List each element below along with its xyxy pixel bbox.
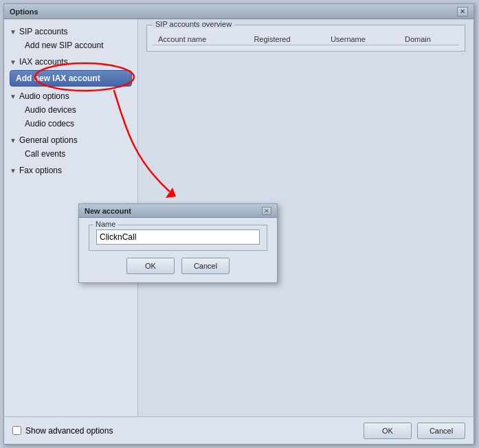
ok-button[interactable]: OK [364, 423, 412, 439]
dialog-cancel-button[interactable]: Cancel [181, 258, 230, 274]
dialog-ok-button[interactable]: OK [126, 258, 175, 274]
fax-arrow-icon: ▼ [10, 167, 18, 175]
sip-overview-label: SIP accounts overview [153, 20, 234, 28]
options-window: Options ✕ ▼ SIP accounts Add new SIP acc… [3, 3, 474, 445]
accounts-table: Account name Registered Username Domain [153, 34, 459, 45]
show-advanced-row: Show advanced options [12, 426, 113, 436]
sip-overview-box: SIP accounts overview Account name Regis… [146, 25, 465, 52]
sidebar-item-general-options[interactable]: ▼ General options [4, 133, 137, 147]
col-username: Username [325, 34, 399, 45]
new-account-dialog: New account ✕ Name OK Cancel [78, 203, 278, 283]
dialog-close-button[interactable]: ✕ [262, 207, 271, 215]
window-close-button[interactable]: ✕ [457, 7, 468, 16]
general-options-section: ▼ General options Call events [4, 133, 137, 161]
fax-options-section: ▼ Fax options [4, 164, 137, 177]
sidebar-item-fax-options[interactable]: ▼ Fax options [4, 164, 137, 177]
sidebar-item-audio-codecs[interactable]: Audio codecs [4, 117, 137, 131]
title-bar: Options ✕ [4, 4, 474, 19]
cancel-button[interactable]: Cancel [417, 423, 465, 439]
name-field-group: Name [89, 225, 267, 251]
audio-arrow-icon: ▼ [10, 93, 18, 100]
show-advanced-checkbox[interactable] [12, 426, 21, 435]
sidebar-item-audio-options[interactable]: ▼ Audio options [4, 89, 137, 103]
sidebar-item-add-sip[interactable]: Add new SIP account [4, 38, 137, 52]
dialog-body: Name OK Cancel [79, 218, 277, 282]
bottom-bar: Show advanced options OK Cancel [4, 416, 474, 444]
col-account-name: Account name [153, 34, 248, 45]
sidebar-item-audio-devices[interactable]: Audio devices [4, 103, 137, 117]
sidebar-item-iax-accounts[interactable]: ▼ IAX accounts [4, 55, 137, 69]
dialog-title-text: New account [85, 207, 262, 215]
bottom-buttons: OK Cancel [364, 423, 465, 439]
iax-accounts-label: IAX accounts [19, 57, 68, 67]
account-name-input[interactable] [96, 229, 260, 245]
iax-accounts-section: ▼ IAX accounts Add new IAX account [4, 55, 137, 87]
fax-options-label: Fax options [19, 166, 62, 175]
show-advanced-label: Show advanced options [25, 426, 113, 436]
sip-arrow-icon: ▼ [10, 28, 18, 36]
sidebar-item-call-events[interactable]: Call events [4, 147, 137, 161]
sidebar-item-sip-accounts[interactable]: ▼ SIP accounts [4, 25, 137, 38]
iax-arrow-icon: ▼ [10, 58, 18, 66]
window-title: Options [10, 8, 457, 16]
dialog-title-bar: New account ✕ [79, 204, 277, 218]
sip-accounts-section: ▼ SIP accounts Add new SIP account [4, 25, 137, 52]
audio-options-section: ▼ Audio options Audio devices Audio code… [4, 89, 137, 131]
dialog-buttons: OK Cancel [89, 258, 267, 274]
name-field-label: Name [93, 220, 118, 228]
general-arrow-icon: ▼ [10, 137, 18, 144]
col-registered: Registered [248, 34, 325, 45]
sidebar-item-add-iax[interactable]: Add new IAX account [10, 70, 132, 87]
col-domain: Domain [399, 34, 459, 45]
general-options-label: General options [19, 135, 78, 145]
audio-options-label: Audio options [19, 91, 69, 101]
sip-accounts-label: SIP accounts [19, 27, 68, 36]
